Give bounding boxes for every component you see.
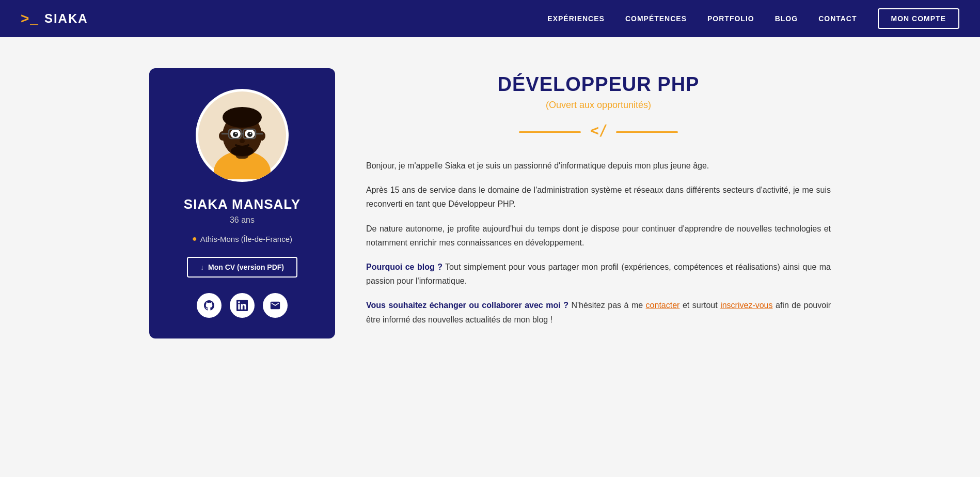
profile-name: SIAKA MANSALY [184, 196, 301, 212]
bio-para-5: Vous souhaitez échanger ou collaborer av… [366, 298, 831, 326]
nav-contact[interactable]: CONTACT [818, 14, 857, 23]
main-content: SIAKA MANSALY 36 ans ● Athis-Mons (Île-d… [129, 37, 851, 370]
location-text: Athis-Mons (Île-de-France) [200, 235, 292, 243]
linkedin-button[interactable] [230, 293, 255, 318]
svg-point-17 [250, 133, 251, 134]
svg-point-5 [219, 131, 226, 141]
svg-point-16 [235, 133, 237, 134]
avatar [196, 89, 289, 182]
bio-para-5-pre: N'hésitez pas à me [568, 301, 646, 310]
bio-para-5-mid: et surtout [679, 301, 720, 310]
nav-experiences[interactable]: EXPÉRIENCES [547, 14, 605, 23]
subscribe-link[interactable]: inscrivez-vous [720, 301, 772, 310]
svg-point-15 [247, 132, 252, 137]
cv-download-button[interactable]: ↓ Mon CV (version PDF) [187, 257, 297, 278]
profile-card: SIAKA MANSALY 36 ans ● Athis-Mons (Île-d… [149, 68, 335, 338]
navbar: >_ SIAKA EXPÉRIENCES COMPÉTENCES PORTFOL… [0, 0, 980, 37]
email-button[interactable] [263, 293, 288, 318]
mon-compte-button[interactable]: MON COMPTE [878, 8, 959, 29]
logo-name: SIAKA [44, 11, 88, 26]
nav-links: EXPÉRIENCES COMPÉTENCES PORTFOLIO BLOG C… [547, 8, 959, 29]
svg-point-6 [258, 131, 265, 141]
download-icon: ↓ [200, 263, 204, 271]
bio-para-3: De nature autonome, je profite aujourd'h… [366, 222, 831, 250]
divider-line-right [616, 131, 678, 133]
divider-line-left [519, 131, 581, 133]
bio-para-4: Pourquoi ce blog ? Tout simplement pour … [366, 260, 831, 288]
bio-para-4-bold: Pourquoi ce blog ? [366, 263, 442, 271]
svg-point-14 [233, 132, 238, 137]
profile-age: 36 ans [230, 216, 255, 225]
code-icon: </> [589, 121, 608, 143]
location-icon: ● [192, 234, 197, 243]
social-links [197, 293, 288, 318]
bio-para-1: Bonjour, je m'appelle Siaka et je suis u… [366, 159, 831, 173]
title-divider: </> [366, 121, 831, 143]
page-subtitle: (Ouvert aux opportunités) [366, 100, 831, 111]
nav-portfolio[interactable]: PORTFOLIO [707, 14, 754, 23]
svg-text:</>: </> [590, 122, 608, 139]
contact-link[interactable]: contacter [646, 301, 680, 310]
nav-competences[interactable]: COMPÉTENCES [625, 14, 687, 23]
nav-blog[interactable]: BLOG [775, 14, 798, 23]
bio-para-5-bold: Vous souhaitez échanger ou collaborer av… [366, 301, 568, 310]
profile-location: ● Athis-Mons (Île-de-France) [192, 234, 292, 243]
bio-content: DÉVELOPPEUR PHP (Ouvert aux opportunités… [366, 68, 831, 337]
cv-btn-label: Mon CV (version PDF) [208, 263, 284, 271]
page-title: DÉVELOPPEUR PHP [366, 73, 831, 96]
logo-icon: >_ [21, 11, 39, 26]
github-button[interactable] [197, 293, 222, 318]
svg-point-18 [240, 139, 245, 143]
logo[interactable]: >_ SIAKA [21, 11, 88, 26]
svg-point-4 [223, 107, 262, 128]
bio-para-2: Après 15 ans de service dans le domaine … [366, 183, 831, 211]
